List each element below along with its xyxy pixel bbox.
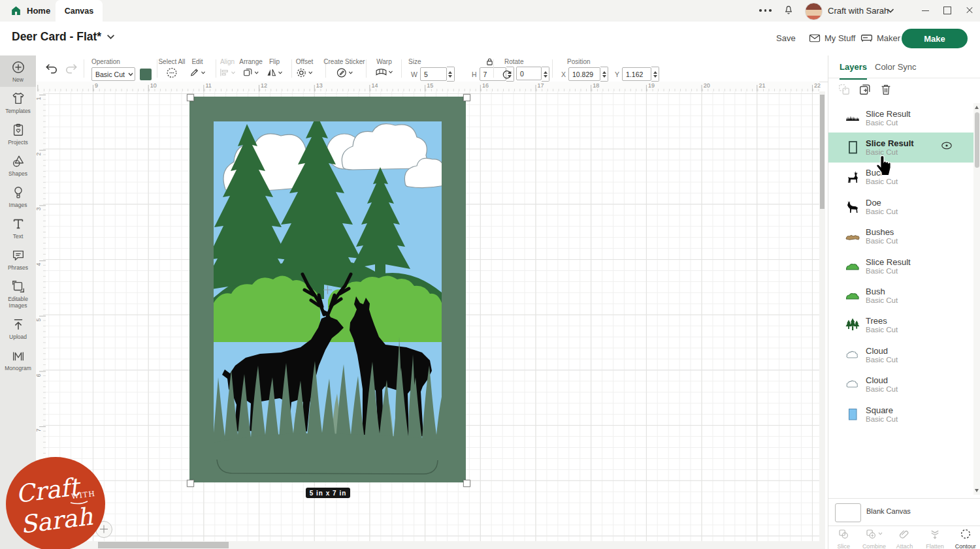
flip-menu-button[interactable]: Flip [267,55,283,78]
maker-machine-button[interactable]: Maker [860,33,900,43]
edit-menu-button[interactable]: Edit [189,55,206,78]
layer-action-button[interactable]: Flatten [920,526,951,549]
layer-visibility-eye-icon[interactable] [941,141,953,150]
size-group: Size W 5 H 7 [408,55,514,82]
layer-row[interactable]: Cloud Basic Cut [828,370,973,400]
redo-icon[interactable] [64,63,78,74]
blank-canvas-swatch[interactable] [835,503,861,522]
project-title[interactable]: Deer Card - Flat* [12,30,115,44]
create-sticker-chevron-icon [348,71,353,74]
select-all-icon [166,67,177,78]
operation-select[interactable]: Basic Cut [91,67,135,81]
y-field[interactable]: 1.162 [622,67,651,81]
sidebar-item[interactable]: Projects [0,118,36,149]
account-name[interactable]: Craft with Sarah [828,6,889,16]
operation-color-swatch[interactable] [140,69,152,80]
save-button[interactable]: Save [776,33,796,43]
hand-cursor-icon [875,155,893,177]
scrollbar-thumb[interactable] [975,112,979,168]
sidebar-item[interactable]: Monogram [0,344,36,375]
x-stepper[interactable] [600,67,608,82]
tab-home[interactable]: Home [5,0,57,22]
layer-name: Slice Result [866,109,911,119]
canvas-vertical-scrollbar[interactable] [819,91,825,549]
layer-thumbnail-icon [844,376,861,393]
sidebar-item[interactable]: Phrases [0,243,36,275]
layer-list: Slice Result Basic Cut Slice Result Basi… [828,103,973,495]
scrollbar-thumb[interactable] [98,542,229,548]
ruler-number: 11 [205,82,211,89]
layer-row[interactable]: Bushes Basic Cut [828,222,973,251]
layers-scrollbar[interactable] [973,103,980,495]
blank-canvas-label: Blank Canvas [866,507,911,515]
offset-menu-button[interactable]: Offset [296,55,314,78]
y-stepper[interactable] [651,67,659,82]
create-sticker-button[interactable]: Create Sticker [323,55,365,78]
rotate-field[interactable]: 0 [516,67,542,80]
sidebar-item[interactable]: Shapes [0,149,36,181]
delete-layer-icon[interactable] [879,83,892,96]
layer-name: Slice Result [866,138,914,148]
selection-handle-bottom-right[interactable] [463,480,470,487]
select-all-button[interactable]: Select All [158,55,185,78]
width-stepper[interactable] [447,67,455,82]
layer-action-button[interactable]: Contour [950,526,980,549]
layer-action-button[interactable]: Slice [828,526,859,549]
layer-thumbnail-icon [844,110,861,127]
sidebar-item[interactable]: Text [0,212,36,243]
sidebar-item[interactable]: Templates [0,87,36,118]
notifications-bell-icon[interactable] [783,5,794,16]
more-options-icon[interactable] [759,9,772,12]
sidebar-item[interactable]: Upload [0,313,36,344]
width-field[interactable]: 5 [420,67,447,81]
layer-operation-type: Basic Cut [866,119,911,127]
warp-menu-button[interactable]: Warp [376,55,393,77]
layer-row[interactable]: Buck Basic Cut [828,163,973,192]
layer-row[interactable]: Square Basic Cut [828,400,973,429]
my-stuff-icon [809,33,821,43]
layer-action-button[interactable]: Combine [859,526,890,549]
arrange-menu-button[interactable]: Arrange [239,55,263,78]
size-label: Size [408,55,514,65]
rotate-stepper[interactable] [542,67,549,82]
layer-operation-type: Basic Cut [866,178,898,186]
scrollbar-thumb[interactable] [820,95,825,209]
sidebar-item[interactable]: Editable Images [0,275,36,313]
layer-row[interactable]: Trees Basic Cut [828,311,973,340]
window-top-bar: Home Canvas Craft with Sarah [0,0,980,22]
undo-icon[interactable] [44,63,59,74]
sidebar-item[interactable]: New [0,55,36,87]
layer-row[interactable]: Slice Result Basic Cut [828,133,973,162]
tab-color-sync[interactable]: Color Sync [875,62,917,78]
selection-handle-bottom-left[interactable] [187,480,194,487]
layer-row[interactable]: Doe Basic Cut [828,192,973,221]
layer-row[interactable]: Slice Result Basic Cut [828,251,973,281]
scroll-down-arrow-icon[interactable] [975,489,979,492]
window-maximize-button[interactable] [942,5,953,16]
my-stuff-button[interactable]: My Stuff [809,33,855,43]
duplicate-layer-icon[interactable] [858,83,872,96]
ruler-number: 5 [35,318,42,321]
x-field[interactable]: 10.829 [568,67,600,81]
rotate-icon[interactable] [502,69,512,80]
layer-operation-type: Basic Cut [866,326,898,334]
sidebar-item[interactable]: Images [0,181,36,212]
blank-canvas-row[interactable]: Blank Canvas [828,498,980,526]
deer-card-artwork[interactable] [189,97,466,482]
canvas-horizontal-scrollbar[interactable] [36,541,819,549]
layer-name: Square [866,405,898,415]
account-chevron-down-icon[interactable] [887,8,894,14]
make-button[interactable]: Make [902,29,968,48]
selection-handle-top-right[interactable] [463,94,470,101]
layer-row[interactable]: Bush Basic Cut [828,281,973,310]
scroll-up-arrow-icon[interactable] [975,106,979,109]
tab-canvas[interactable]: Canvas [56,0,103,22]
layer-row[interactable]: Cloud Basic Cut [828,340,973,369]
layer-action-button[interactable]: Attach [889,526,920,549]
selection-handle-top-left[interactable] [187,94,194,101]
layer-row[interactable]: Slice Result Basic Cut [828,103,973,133]
window-close-button[interactable] [964,5,975,16]
user-avatar[interactable] [805,3,823,20]
window-minimize-button[interactable] [920,5,930,16]
tab-layers[interactable]: Layers [840,62,867,80]
